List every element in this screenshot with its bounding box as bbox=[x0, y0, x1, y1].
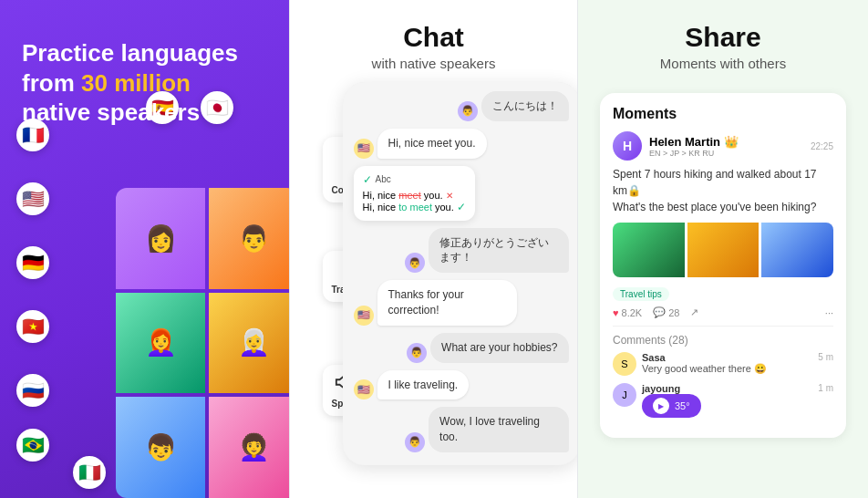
msg-bubble-7: Wow, I love traveling too. bbox=[429, 407, 568, 452]
msg-bubble-3: 修正ありがとうございます！ bbox=[429, 228, 568, 274]
share-title: Share bbox=[685, 22, 760, 52]
chat-area: こんにちは！ 👨 🇺🇸 Hi, nice meet you. ✓ Abc Hi,… bbox=[343, 82, 579, 465]
post-text: Spent 7 hours hiking and walked about 17… bbox=[613, 166, 833, 215]
photo-row bbox=[613, 223, 833, 277]
msg-bubble-6: I like traveling. bbox=[377, 370, 470, 400]
comment-time-1: 5 m bbox=[818, 352, 833, 363]
msg-bubble-4: Thanks for your correction! bbox=[377, 280, 517, 326]
message-3: 修正ありがとうございます！ 👨 bbox=[354, 228, 569, 274]
correct-word: to meet bbox=[398, 202, 432, 213]
flag-usa: 🇺🇸 bbox=[16, 182, 49, 215]
correction-original: Hi, nice meet you. ✕ bbox=[363, 190, 466, 201]
photo-2 bbox=[687, 223, 760, 277]
title-line2: from bbox=[22, 69, 81, 97]
comment-1: S Sasa 5 m Very good weather there 😀 bbox=[613, 352, 833, 376]
photo-cell-5: 👦 bbox=[116, 397, 205, 498]
avatar-3: 👨 bbox=[405, 253, 425, 273]
panel-share: Share Moments with others Moments H Hele… bbox=[578, 0, 868, 498]
user-info: Helen Martin 👑 EN > JP > KR RU bbox=[649, 135, 739, 158]
correction-header: ✓ Abc bbox=[363, 173, 466, 186]
photo-3 bbox=[761, 223, 833, 277]
photo-cell-3: 👩‍🦰 bbox=[116, 293, 205, 394]
comments-stat: 💬 28 bbox=[653, 306, 679, 318]
heart-icon: ♥ bbox=[613, 307, 619, 318]
user-name-text: Helen Martin bbox=[649, 135, 720, 149]
audio-message[interactable]: ▶ 35° bbox=[642, 394, 701, 418]
audio-duration: 35° bbox=[675, 400, 690, 411]
correction-card: ✓ Abc Hi, nice meet you. ✕ Hi, nice to m… bbox=[354, 166, 475, 221]
phone-mockup: こんにちは！ 👨 🇺🇸 Hi, nice meet you. ✓ Abc Hi,… bbox=[343, 82, 579, 465]
post-time: 22:25 bbox=[811, 141, 833, 151]
avatar-7: 👨 bbox=[405, 432, 425, 452]
moments-card: Moments H Helen Martin 👑 EN > JP > KR RU… bbox=[600, 93, 846, 438]
avatar-5: 👨 bbox=[407, 343, 427, 363]
chat-subtitle: with native speakers bbox=[372, 56, 496, 71]
lang-tags: EN > JP > KR RU bbox=[649, 149, 739, 158]
play-button[interactable]: ▶ bbox=[653, 398, 669, 414]
comment-content-1: Sasa 5 m Very good weather there 😀 bbox=[642, 352, 833, 375]
comments-section: Comments (28) S Sasa 5 m Very good weath… bbox=[613, 334, 833, 418]
cross-icon: ✕ bbox=[446, 191, 453, 201]
flag-italy: 🇮🇹 bbox=[73, 456, 106, 489]
user-avatar: H bbox=[613, 131, 642, 161]
photo-grid: 👩 👨 👩‍🦰 👩‍🦳 👦 👩‍🦱 bbox=[116, 188, 289, 498]
travel-tag[interactable]: Travel tips bbox=[613, 287, 669, 301]
title-line3: native speakers bbox=[22, 99, 200, 126]
user-row: H Helen Martin 👑 EN > JP > KR RU 22:25 bbox=[613, 131, 833, 161]
more-icon[interactable]: ··· bbox=[825, 307, 833, 318]
crown-icon: 👑 bbox=[724, 135, 739, 149]
flag-russia: 🇷🇺 bbox=[16, 374, 49, 407]
photo-cell-1: 👩 bbox=[116, 188, 205, 289]
share-stat: ↗ bbox=[690, 306, 698, 318]
user-name-row: Helen Martin 👑 bbox=[649, 135, 739, 149]
avatar-6: 🇺🇸 bbox=[354, 379, 374, 399]
panel-chat: Chat with native speakers ✓Abc Correctio… bbox=[289, 0, 578, 498]
avatar-4: 🇺🇸 bbox=[354, 306, 374, 326]
commenter-name-2: jayoung bbox=[642, 383, 680, 394]
abc-label: Abc bbox=[376, 174, 391, 184]
flag-vietnam: 🇻🇳 bbox=[16, 310, 49, 343]
comments-header: Comments (28) bbox=[613, 334, 833, 347]
likes-stat: ♥ 8.2K bbox=[613, 307, 642, 318]
commenter-name-1: Sasa bbox=[642, 352, 666, 363]
comment-time-2: 1 m bbox=[818, 383, 833, 394]
photo-1 bbox=[613, 223, 685, 277]
flag-brazil: 🇧🇷 bbox=[16, 429, 49, 462]
flag-germany: 🇩🇪 bbox=[16, 246, 49, 279]
title-line1: Practice languages bbox=[22, 39, 238, 67]
message-2: 🇺🇸 Hi, nice meet you. bbox=[354, 129, 569, 159]
message-7: Wow, I love traveling too. 👨 bbox=[354, 407, 569, 452]
panel-practice: 🇫🇷 🇪🇸 🇯🇵 🇺🇸 🇩🇪 🇻🇳 🇷🇺 🇧🇷 🇮🇹 Practice lang… bbox=[0, 0, 289, 498]
photo-cell-4: 👩‍🦳 bbox=[209, 293, 289, 394]
photo-cell-6: 👩‍🦱 bbox=[209, 397, 289, 498]
stats-row: ♥ 8.2K 💬 28 ↗ ··· bbox=[613, 306, 833, 327]
comment-text-1: Very good weather there 😀 bbox=[642, 363, 833, 375]
message-1: こんにちは！ 👨 bbox=[354, 91, 569, 121]
chat-phone-container: ✓Abc Correction Translate bbox=[315, 82, 553, 465]
comments-count: 28 bbox=[668, 307, 679, 318]
msg-bubble-1: こんにちは！ bbox=[481, 91, 569, 121]
comment-avatar-1: S bbox=[613, 352, 636, 376]
likes-count: 8.2K bbox=[622, 307, 643, 318]
title-highlight: 30 million bbox=[81, 69, 191, 97]
msg-bubble-5: What are your hobbies? bbox=[430, 333, 568, 363]
avatar-2: 🇺🇸 bbox=[354, 139, 374, 159]
correction-fixed: Hi, nice to meet you. ✓ bbox=[363, 201, 466, 213]
chat-title: Chat bbox=[403, 22, 464, 52]
message-6: 🇺🇸 I like traveling. bbox=[354, 370, 569, 400]
strikethrough-text: meet bbox=[398, 190, 420, 201]
share-icon: ↗ bbox=[690, 306, 698, 318]
check-icon: ✓ bbox=[457, 201, 466, 213]
panel1-title: Practice languages from 30 million nativ… bbox=[22, 38, 267, 128]
share-subtitle: Moments with others bbox=[660, 56, 786, 71]
checkmark-icon: ✓ bbox=[363, 173, 372, 186]
message-5: What are your hobbies? 👨 bbox=[354, 333, 569, 363]
message-4: 🇺🇸 Thanks for your correction! bbox=[354, 280, 569, 326]
comment-content-2: jayoung 1 m ▶ 35° bbox=[642, 383, 833, 418]
moments-title: Moments bbox=[613, 106, 833, 122]
photo-cell-2: 👨 bbox=[209, 188, 289, 289]
comment-avatar-2: J bbox=[613, 383, 636, 407]
tag-row: Travel tips bbox=[613, 285, 833, 301]
avatar-1: 👨 bbox=[458, 101, 478, 121]
msg-bubble-2: Hi, nice meet you. bbox=[377, 129, 487, 159]
